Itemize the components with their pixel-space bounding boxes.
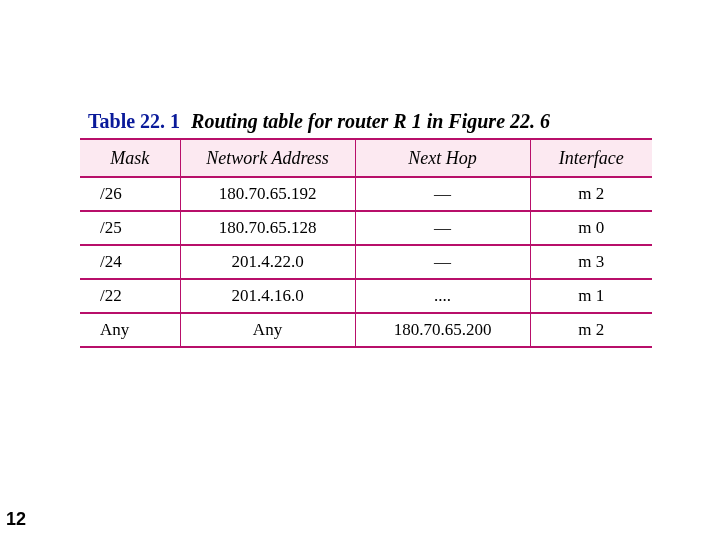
cell-iface: m 2 [530,177,652,211]
cell-nexthop: — [355,177,530,211]
cell-iface: m 3 [530,245,652,279]
slide: { "caption": { "label": "Table 22. 1", "… [0,0,720,540]
cell-mask: /26 [80,177,180,211]
routing-table: Mask Network Address Next Hop Interface … [80,138,652,348]
col-header-iface: Interface [530,139,652,177]
cell-nexthop: — [355,245,530,279]
col-header-address: Network Address [180,139,355,177]
cell-address: 180.70.65.128 [180,211,355,245]
cell-mask: Any [80,313,180,347]
cell-address: 180.70.65.192 [180,177,355,211]
cell-mask: /25 [80,211,180,245]
cell-address: Any [180,313,355,347]
cell-mask: /24 [80,245,180,279]
cell-nexthop: 180.70.65.200 [355,313,530,347]
cell-nexthop: .... [355,279,530,313]
cell-iface: m 2 [530,313,652,347]
table-row: /22 201.4.16.0 .... m 1 [80,279,652,313]
table-row: /25 180.70.65.128 — m 0 [80,211,652,245]
table: Mask Network Address Next Hop Interface … [80,138,652,348]
table-caption: Table 22. 1 Routing table for router R 1… [88,110,550,133]
cell-iface: m 0 [530,211,652,245]
cell-mask: /22 [80,279,180,313]
col-header-nexthop: Next Hop [355,139,530,177]
table-header-row: Mask Network Address Next Hop Interface [80,139,652,177]
col-header-mask: Mask [80,139,180,177]
table-row: /24 201.4.22.0 — m 3 [80,245,652,279]
table-number-label: Table 22. 1 [88,110,180,132]
table-title: Routing table for router R 1 in Figure 2… [191,110,550,132]
cell-address: 201.4.22.0 [180,245,355,279]
table-row: /26 180.70.65.192 — m 2 [80,177,652,211]
table-row: Any Any 180.70.65.200 m 2 [80,313,652,347]
cell-nexthop: — [355,211,530,245]
cell-address: 201.4.16.0 [180,279,355,313]
cell-iface: m 1 [530,279,652,313]
page-number: 12 [6,509,26,530]
